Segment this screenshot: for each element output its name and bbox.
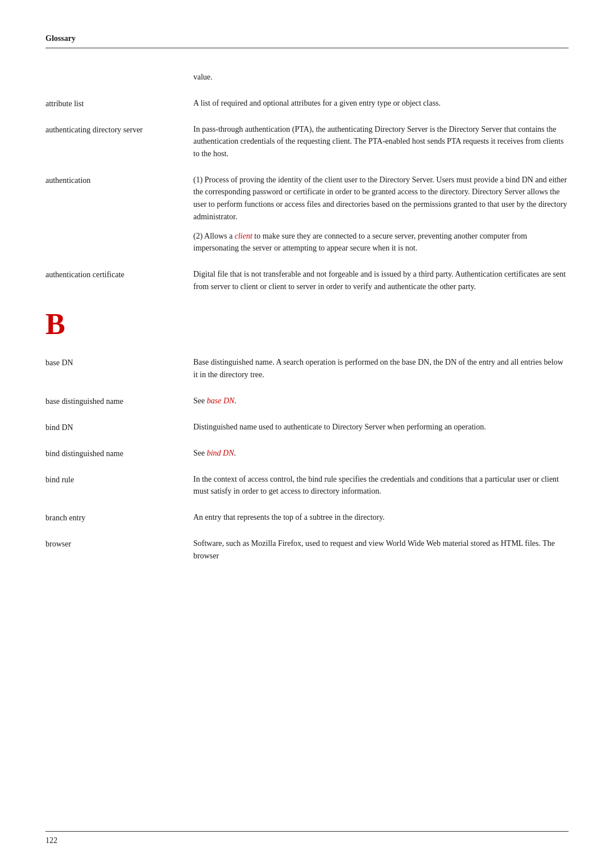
list-item: authentication (1) Process of proving th… <box>45 174 569 254</box>
page-footer: 122 <box>45 831 569 845</box>
list-item: branch entry An entry that represents th… <box>45 511 569 524</box>
term-bind-rule: bind rule <box>45 473 193 498</box>
def-base-distinguished-name: See base DN. <box>193 395 569 407</box>
def-bind-dn: Distinguished name used to authenticate … <box>193 421 569 433</box>
term-bind-dn: bind DN <box>45 421 193 433</box>
list-item: bind rule In the context of access contr… <box>45 473 569 498</box>
bind-dn-link[interactable]: bind DN <box>207 449 234 457</box>
continuation-value: value. <box>193 73 213 81</box>
term-authentication-certificate: authentication certificate <box>45 268 193 293</box>
def-authentication-p1: (1) Process of proving the identity of t… <box>193 174 569 223</box>
term-branch-entry: branch entry <box>45 511 193 524</box>
section-letter-b: B <box>45 310 569 339</box>
def-branch-entry: An entry that represents the top of a su… <box>193 511 569 524</box>
list-item: bind distinguished name See bind DN. <box>45 447 569 460</box>
def-base-dn: Base distinguished name. A search operat… <box>193 356 569 381</box>
term-bind-distinguished-name: bind distinguished name <box>45 447 193 460</box>
header-title: Glossary <box>45 34 76 43</box>
list-item: base DN Base distinguished name. A searc… <box>45 356 569 381</box>
def-authentication: (1) Process of proving the identity of t… <box>193 174 569 254</box>
term-authentication: authentication <box>45 174 193 254</box>
term-base-distinguished-name: base distinguished name <box>45 395 193 407</box>
list-item: browser Software, such as Mozilla Firefo… <box>45 537 569 562</box>
list-item: authenticating directory server In pass-… <box>45 123 569 160</box>
page-number: 122 <box>45 836 57 845</box>
def-attribute-list: A list of required and optional attribut… <box>193 97 569 110</box>
term-browser: browser <box>45 537 193 562</box>
term-base-dn: base DN <box>45 356 193 381</box>
page-header: Glossary <box>45 34 569 48</box>
list-item: bind DN Distinguished name used to authe… <box>45 421 569 433</box>
continuation-text: value. <box>45 71 569 84</box>
list-item: attribute list A list of required and op… <box>45 97 569 110</box>
def-authenticating-directory-server: In pass-through authentication (PTA), th… <box>193 123 569 160</box>
client-link[interactable]: client <box>235 232 252 240</box>
def-browser: Software, such as Mozilla Firefox, used … <box>193 537 569 562</box>
page: Glossary value. attribute list A list of… <box>0 0 614 868</box>
term-authenticating-directory-server: authenticating directory server <box>45 123 193 160</box>
term-attribute-list: attribute list <box>45 97 193 110</box>
def-authentication-p2: (2) Allows a client to make sure they ar… <box>193 230 569 254</box>
def-bind-distinguished-name: See bind DN. <box>193 447 569 460</box>
def-bind-rule: In the context of access control, the bi… <box>193 473 569 498</box>
list-item: base distinguished name See base DN. <box>45 395 569 407</box>
list-item: authentication certificate Digital file … <box>45 268 569 293</box>
base-dn-link[interactable]: base DN <box>207 397 235 405</box>
glossary-entries: value. attribute list A list of required… <box>45 71 569 562</box>
def-authentication-certificate: Digital file that is not transferable an… <box>193 268 569 293</box>
